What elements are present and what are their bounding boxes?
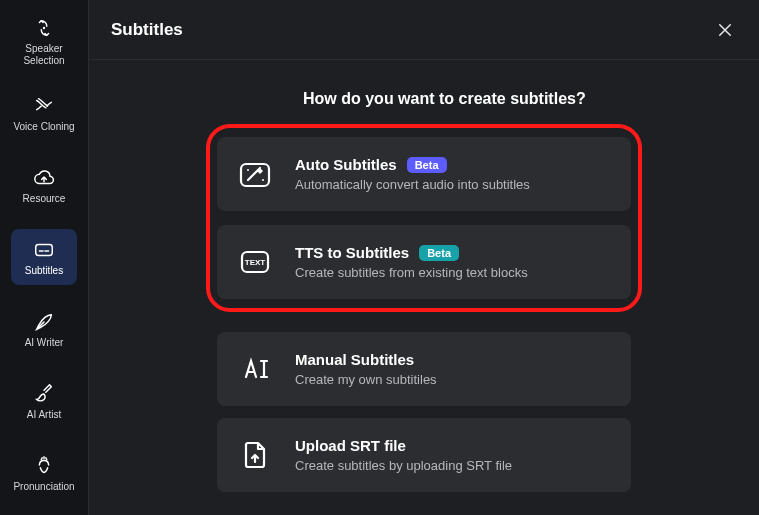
option-desc: Create subtitles from existing text bloc… bbox=[295, 265, 528, 280]
sidebar-item-label: Voice Cloning bbox=[13, 121, 74, 133]
sidebar-item-label: Resource bbox=[23, 193, 66, 205]
option-body: Manual Subtitles Create my own subtitile… bbox=[295, 351, 437, 387]
highlight-box: Auto Subtitles Beta Automatically conver… bbox=[206, 124, 642, 312]
option-upload-srt[interactable]: Upload SRT file Create subtitles by uplo… bbox=[217, 418, 631, 492]
text-cursor-icon bbox=[237, 351, 273, 387]
option-manual-subtitles[interactable]: Manual Subtitles Create my own subtitile… bbox=[217, 332, 631, 406]
cloud-upload-icon bbox=[33, 167, 55, 189]
brush-icon bbox=[33, 383, 55, 405]
option-body: Upload SRT file Create subtitles by uplo… bbox=[295, 437, 512, 473]
option-desc: Create my own subtitiles bbox=[295, 372, 437, 387]
sidebar-item-pronunciation[interactable]: Pronunciation bbox=[11, 445, 77, 501]
svg-rect-2 bbox=[241, 164, 269, 186]
sidebar-item-voice-cloning[interactable]: Voice Cloning bbox=[11, 85, 77, 141]
sidebar-item-speaker-selection[interactable]: Speaker Selection bbox=[11, 13, 77, 69]
sidebar-item-label: Speaker Selection bbox=[23, 43, 64, 67]
svg-point-4 bbox=[262, 179, 264, 181]
option-tts-to-subtitles[interactable]: TEXT TTS to Subtitles Beta Create subtit… bbox=[217, 225, 631, 299]
voice-cloning-icon bbox=[33, 95, 55, 117]
option-body: Auto Subtitles Beta Automatically conver… bbox=[295, 156, 530, 192]
sidebar-item-ai-writer[interactable]: AI Writer bbox=[11, 301, 77, 357]
svg-rect-1 bbox=[36, 245, 53, 256]
option-title-row: Manual Subtitles bbox=[295, 351, 437, 368]
option-title: Manual Subtitles bbox=[295, 351, 414, 368]
feather-icon bbox=[33, 311, 55, 333]
text-block-icon: TEXT bbox=[237, 244, 273, 280]
svg-text:TEXT: TEXT bbox=[245, 258, 266, 267]
option-title-row: Auto Subtitles Beta bbox=[295, 156, 530, 173]
svg-point-0 bbox=[44, 28, 45, 29]
sidebar: Speaker Selection Voice Cloning Resource bbox=[0, 0, 88, 515]
option-desc: Create subtitles by uploading SRT file bbox=[295, 458, 512, 473]
option-auto-subtitles[interactable]: Auto Subtitles Beta Automatically conver… bbox=[217, 137, 631, 211]
sidebar-item-ai-artist[interactable]: AI Artist bbox=[11, 373, 77, 429]
beta-badge: Beta bbox=[419, 245, 459, 261]
file-upload-icon bbox=[237, 437, 273, 473]
option-title: TTS to Subtitles bbox=[295, 244, 409, 261]
sidebar-item-resource[interactable]: Resource bbox=[11, 157, 77, 213]
sidebar-item-label: Pronunciation bbox=[13, 481, 74, 493]
pronunciation-icon bbox=[33, 455, 55, 477]
main-panel: Subtitles How do you want to create subt… bbox=[88, 0, 759, 515]
magic-wand-icon bbox=[237, 156, 273, 192]
panel-header: Subtitles bbox=[89, 0, 759, 60]
beta-badge: Beta bbox=[407, 157, 447, 173]
close-icon bbox=[716, 21, 734, 39]
subtitles-icon bbox=[33, 239, 55, 261]
sidebar-item-label: AI Writer bbox=[25, 337, 64, 349]
question-text: How do you want to create subtitles? bbox=[303, 90, 586, 108]
sidebar-item-subtitles[interactable]: Subtitles bbox=[11, 229, 77, 285]
option-desc: Automatically convert audio into subtitl… bbox=[295, 177, 530, 192]
option-title-row: Upload SRT file bbox=[295, 437, 512, 454]
option-title: Auto Subtitles bbox=[295, 156, 397, 173]
panel-title: Subtitles bbox=[111, 20, 183, 40]
option-title-row: TTS to Subtitles Beta bbox=[295, 244, 528, 261]
speaker-selection-icon bbox=[33, 17, 55, 39]
close-button[interactable] bbox=[711, 16, 739, 44]
sidebar-item-label: Subtitles bbox=[25, 265, 63, 277]
sidebar-item-label: AI Artist bbox=[27, 409, 61, 421]
option-title: Upload SRT file bbox=[295, 437, 406, 454]
panel-content: How do you want to create subtitles? bbox=[89, 60, 759, 515]
svg-point-3 bbox=[247, 169, 249, 171]
option-body: TTS to Subtitles Beta Create subtitles f… bbox=[295, 244, 528, 280]
